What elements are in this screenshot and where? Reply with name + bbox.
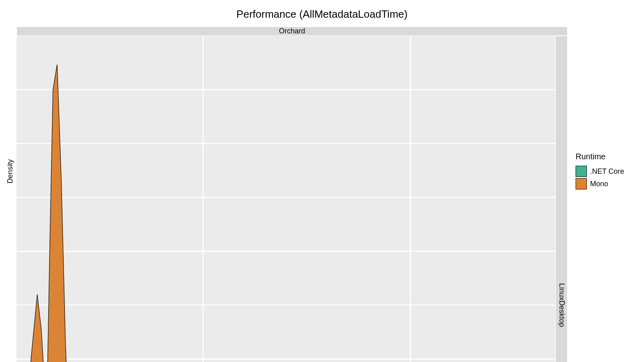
legend: Runtime .NET CoreMono (568, 27, 640, 316)
chart-container: Performance (AllMetadataLoadTime) Densit… (4, 8, 640, 362)
chart-body: Density Orchard LinuxDesktop 510 Time (s… (4, 27, 640, 348)
plot-svg (17, 36, 555, 362)
plot-column: Orchard LinuxDesktop 510 Time (sec) (17, 27, 568, 348)
facet-row-strip: LinuxDesktop (555, 36, 568, 362)
facet-col-strip: Orchard (17, 27, 568, 36)
legend-item: .NET Core (576, 166, 640, 177)
legend-label: .NET Core (590, 167, 624, 176)
density-mono (19, 64, 112, 362)
legend-title: Runtime (576, 152, 640, 161)
legend-items: .NET CoreMono (576, 165, 640, 191)
legend-label: Mono (590, 180, 608, 188)
legend-swatch (576, 166, 587, 177)
chart-title: Performance (AllMetadataLoadTime) (4, 8, 640, 21)
plot-area (17, 36, 555, 362)
y-axis-label: Density (4, 27, 17, 316)
legend-swatch (576, 178, 587, 189)
plot-row: LinuxDesktop (17, 36, 568, 362)
legend-item: Mono (576, 178, 640, 189)
